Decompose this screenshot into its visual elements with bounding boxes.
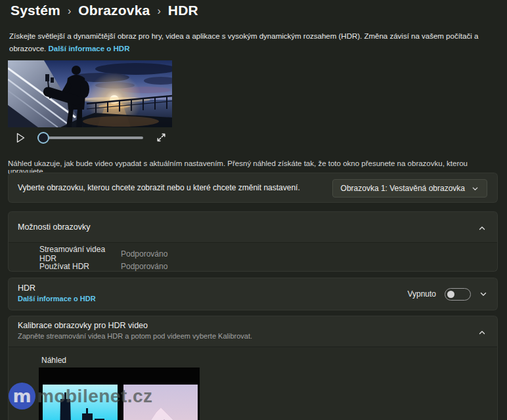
breadcrumb-display[interactable]: Obrazovka [78, 3, 150, 18]
page-description: Získejte světlejší a dynamičtější obraz … [9, 30, 496, 55]
toggle-knob [447, 291, 454, 298]
hdr-toggle-card: HDR Další informace o HDR Vypnuto [8, 278, 498, 310]
calibration-content: Náhled [9, 346, 497, 420]
chevron-up-icon[interactable] [478, 223, 486, 231]
option-value: Podporováno [121, 249, 167, 259]
option-row-hdr-video-streaming: Streamování videa HDR Podporováno [9, 247, 497, 260]
calibration-preview-label: Náhled [41, 356, 66, 365]
seek-slider[interactable] [37, 131, 143, 144]
hdr-video-preview [8, 60, 172, 127]
chevron-right-icon: › [157, 4, 160, 17]
display-options-title: Možnosti obrazovky [18, 222, 90, 232]
breadcrumb-system[interactable]: Systém [11, 3, 60, 18]
breadcrumb: Systém › Obrazovka › HDR [11, 3, 198, 18]
display-select-card: Vyberte obrazovku, kterou chcete zobrazi… [8, 173, 498, 203]
calibration-preview-video [39, 368, 200, 420]
seek-thumb-icon[interactable] [37, 132, 49, 144]
calibration-subtitle: Zapněte streamování videa HDR a potom po… [18, 332, 252, 340]
display-select-dropdown[interactable]: Obrazovka 1: Vestavěná obrazovka [332, 179, 487, 198]
hdr-card-text: HDR Další informace o HDR [18, 284, 96, 303]
calibration-sample-city-image [43, 385, 118, 420]
chevron-down-icon [472, 185, 479, 192]
display-select-label: Vyberte obrazovku, kterou chcete zobrazi… [18, 183, 300, 192]
hdr-toggle-state-label: Vypnuto [407, 289, 436, 299]
display-select-value: Obrazovka 1: Vestavěná obrazovka [341, 184, 465, 193]
page-title: HDR [168, 3, 198, 18]
display-options-content: Streamování videa HDR Podporováno Použív… [9, 242, 497, 271]
sunset-snowboarder-video-frame [8, 60, 172, 127]
calibration-header[interactable]: Kalibrace obrazovky pro HDR video Zapnět… [9, 316, 497, 346]
hdr-calibration-card: Kalibrace obrazovky pro HDR video Zapnět… [8, 316, 498, 420]
option-row-use-hdr: Používat HDR Podporováno [9, 260, 497, 272]
hdr-toggle[interactable] [445, 288, 471, 301]
fullscreen-icon[interactable] [156, 132, 167, 143]
calibration-sample-mountain-image [123, 385, 198, 420]
chevron-up-icon[interactable] [478, 327, 486, 335]
option-label: Používat HDR [39, 262, 121, 271]
display-options-card: Možnosti obrazovky Streamování videa HDR… [8, 211, 498, 272]
chevron-right-icon: › [68, 4, 71, 17]
hdr-learn-more-link[interactable]: Další informace o HDR [48, 45, 129, 52]
play-button[interactable] [14, 132, 26, 144]
display-options-header[interactable]: Možnosti obrazovky [9, 212, 497, 242]
hdr-settings-page: Systém › Obrazovka › HDR Získejte světle… [0, 0, 507, 420]
seek-track[interactable] [37, 136, 143, 139]
hdr-more-info-link[interactable]: Další informace o HDR [18, 295, 96, 303]
calibration-title: Kalibrace obrazovky pro HDR video [18, 321, 148, 330]
chevron-down-icon[interactable] [479, 290, 487, 298]
option-value: Podporováno [121, 262, 167, 271]
option-label: Streamování videa HDR [39, 245, 121, 263]
hdr-card-title: HDR [18, 284, 96, 293]
